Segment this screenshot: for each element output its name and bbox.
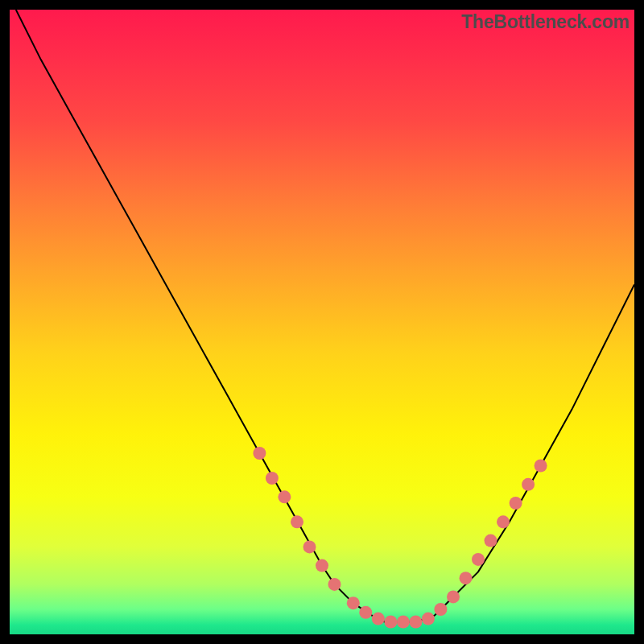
data-marker	[510, 497, 522, 510]
chart-frame: TheBottleneck.com	[0, 0, 644, 644]
data-marker	[253, 447, 266, 460]
data-marker	[422, 613, 435, 625]
data-marker	[434, 603, 447, 616]
bottleneck-curve	[16, 10, 634, 622]
plot-area: TheBottleneck.com	[10, 10, 634, 634]
data-marker	[472, 553, 485, 566]
data-marker	[522, 478, 535, 491]
data-marker	[384, 616, 397, 629]
data-marker	[291, 515, 303, 528]
data-markers	[253, 447, 547, 629]
data-marker	[372, 613, 385, 625]
data-marker	[316, 559, 328, 572]
data-marker	[497, 515, 510, 528]
data-marker	[278, 490, 291, 503]
data-marker	[328, 578, 341, 591]
data-marker	[447, 590, 460, 603]
watermark-text: TheBottleneck.com	[461, 11, 630, 33]
data-marker	[409, 616, 422, 629]
data-marker	[485, 535, 497, 547]
chart-svg	[10, 10, 634, 634]
data-marker	[266, 472, 279, 485]
data-marker	[359, 606, 372, 619]
data-marker	[460, 572, 473, 584]
data-marker	[347, 597, 360, 609]
data-marker	[397, 616, 410, 629]
data-marker	[535, 460, 547, 473]
data-marker	[303, 540, 316, 553]
